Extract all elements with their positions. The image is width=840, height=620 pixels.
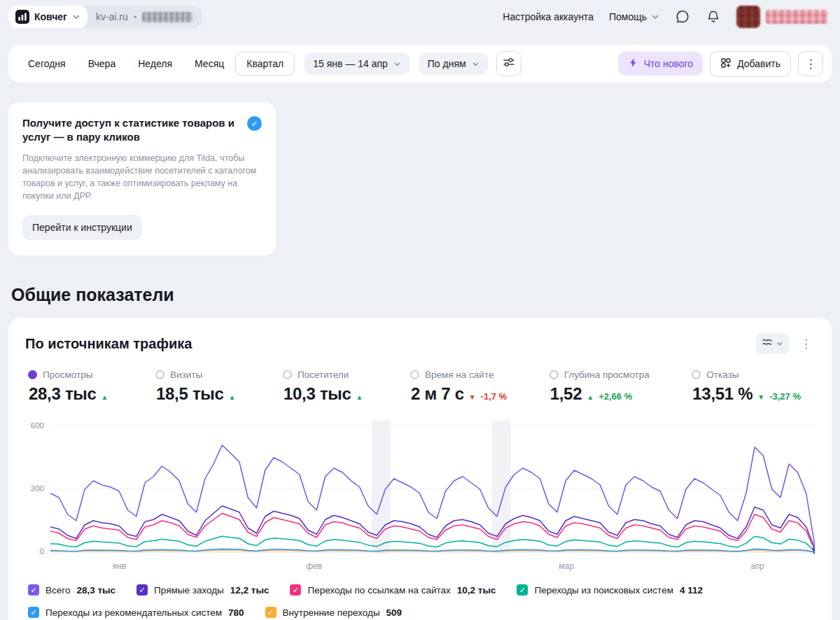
- period-tab-week[interactable]: Неделя: [127, 52, 183, 76]
- trend-arrow-icon: ▲: [356, 393, 363, 401]
- y-axis: 600 300 0: [25, 421, 50, 558]
- period-tab-month[interactable]: Месяц: [183, 52, 235, 76]
- censored-user-name: [766, 10, 827, 24]
- metric-value: 10,3 тыс: [284, 384, 351, 404]
- legend-label: Прямые заходы: [154, 585, 224, 596]
- metric-value: 28,3 тыс: [29, 384, 97, 404]
- help-menu[interactable]: Помощь: [609, 11, 659, 22]
- metrica-logo-icon: [15, 10, 29, 24]
- chevron-down-icon: [651, 13, 659, 21]
- legend-item-recommendation-systems[interactable]: Переходы из рекомендательных систем 780: [28, 607, 244, 618]
- metric-value: 18,5 тыс: [156, 384, 224, 404]
- legend-checkbox[interactable]: [290, 584, 301, 596]
- check-circle-icon: ✓: [247, 116, 262, 131]
- date-range-select[interactable]: 15 янв — 14 апр: [304, 52, 410, 75]
- metric-tab-bounce-rate[interactable]: Отказы 13,51 % ▼ -3,27 %: [692, 369, 801, 404]
- metric-delta: +2,66 %: [598, 391, 632, 402]
- ecommerce-promo-card: Получите доступ к статистике товаров и у…: [8, 102, 276, 255]
- metric-tab-time-on-site[interactable]: Время на сайте 2 м 7 с ▼ -1,7 %: [410, 369, 507, 404]
- chevron-down-icon: [72, 13, 80, 21]
- add-widget-button[interactable]: Добавить: [710, 51, 791, 77]
- counter-group: Ковчег kv-ai.ru •: [8, 6, 202, 28]
- counter-switcher[interactable]: Ковчег: [8, 6, 88, 28]
- trend-arrow-icon: ▲: [102, 393, 108, 401]
- user-menu[interactable]: [736, 6, 827, 28]
- y-axis-label: 600: [31, 421, 44, 430]
- legend-checkbox[interactable]: [136, 584, 148, 596]
- legend-item-internal[interactable]: Внутренние переходы 509: [265, 607, 402, 618]
- topbar: Ковчег kv-ai.ru • Настройка аккаунта Пом…: [0, 0, 840, 34]
- traffic-line-chart[interactable]: [50, 421, 815, 558]
- censored-domain-text: [142, 12, 192, 22]
- segments-filter-button[interactable]: [496, 51, 522, 76]
- chevron-down-icon: [776, 340, 783, 347]
- legend-label: Переходы из рекомендательных систем: [46, 607, 222, 618]
- whats-new-button[interactable]: Что нового: [618, 52, 703, 76]
- metric-label: Визиты: [170, 369, 202, 380]
- legend-value: 780: [228, 607, 244, 618]
- toolbar-menu-button[interactable]: ⋮: [798, 51, 823, 76]
- domain-separator: •: [134, 12, 137, 22]
- legend-item-search-engines[interactable]: Переходы из поисковых систем 4 112: [517, 584, 703, 596]
- legend-item-direct[interactable]: Прямые заходы 12,2 тыс: [136, 584, 269, 596]
- add-label: Добавить: [737, 58, 780, 69]
- metric-tab-visitors[interactable]: Посетители 10,3 тыс ▲: [283, 369, 368, 404]
- legend-value: 10,2 тыс: [457, 585, 496, 596]
- metric-radio: [283, 370, 292, 379]
- y-axis-label: 0: [40, 547, 44, 556]
- toolbar-actions: Что нового Добавить ⋮: [618, 51, 823, 77]
- line-chart-icon: [762, 337, 773, 351]
- metric-radio: [155, 370, 164, 379]
- legend-checkbox[interactable]: [28, 607, 39, 618]
- metric-tab-views[interactable]: Просмотры 28,3 тыс ▲: [28, 369, 113, 404]
- metric-delta: -3,27 %: [769, 391, 801, 402]
- legend-item-total[interactable]: Всего 28,3 тыс: [28, 584, 115, 596]
- metric-label: Просмотры: [43, 369, 92, 380]
- metric-tab-visits[interactable]: Визиты 18,5 тыс ▲: [155, 369, 240, 404]
- chart-type-select[interactable]: [756, 333, 789, 354]
- chat-icon[interactable]: [675, 9, 690, 24]
- legend-label: Переходы из поисковых систем: [534, 585, 673, 596]
- metric-tab-depth[interactable]: Глубина просмотра 1,52 ▲ +2,66 %: [550, 369, 650, 404]
- chevron-down-icon: [393, 60, 401, 68]
- period-tab-yesterday[interactable]: Вчера: [77, 52, 127, 76]
- line-chart-plot[interactable]: [50, 421, 815, 558]
- metric-radio: [550, 370, 559, 379]
- period-tab-quarter[interactable]: Квартал: [235, 52, 295, 76]
- period-controls: Сегодня Вчера Неделя Месяц Квартал 15 ян…: [17, 51, 522, 76]
- metric-label: Посетители: [298, 369, 349, 380]
- trend-arrow-icon: ▼: [757, 393, 764, 401]
- legend-item-site-links[interactable]: Переходы по ссылкам на сайтах 10,2 тыс: [290, 584, 496, 596]
- x-axis-label: янв: [113, 561, 127, 571]
- period-tab-today[interactable]: Сегодня: [17, 52, 77, 76]
- legend-checkbox[interactable]: [517, 584, 528, 596]
- site-domain[interactable]: kv-ai.ru: [96, 11, 128, 22]
- account-settings-label: Настройка аккаунта: [503, 11, 594, 22]
- granularity-select[interactable]: По дням: [419, 52, 488, 75]
- legend-checkbox[interactable]: [265, 607, 276, 618]
- help-label: Помощь: [609, 11, 647, 22]
- legend-value: 509: [386, 607, 402, 618]
- account-settings-link[interactable]: Настройка аккаунта: [503, 11, 594, 22]
- date-range-value: 15 янв — 14 апр: [313, 58, 388, 69]
- legend-label: Переходы по ссылкам на сайтах: [307, 585, 450, 596]
- trend-arrow-icon: ▲: [587, 393, 594, 401]
- notifications-bell-icon[interactable]: [706, 9, 721, 24]
- whats-new-label: Что нового: [644, 58, 693, 69]
- counter-area: Ковчег kv-ai.ru •: [8, 6, 202, 28]
- traffic-sources-widget: По источникам трафика ⋮ Просмотры 28,3 т…: [8, 318, 832, 620]
- sliders-icon: [503, 56, 515, 71]
- x-axis-label: апр: [750, 561, 764, 571]
- metric-radio: [410, 370, 419, 379]
- granularity-value: По дням: [428, 58, 466, 69]
- counter-name: Ковчег: [34, 11, 67, 22]
- date-toolbar: Сегодня Вчера Неделя Месяц Квартал 15 ян…: [8, 45, 832, 83]
- y-axis-label: 300: [31, 484, 44, 493]
- avatar: [736, 6, 760, 28]
- legend-value: 12,2 тыс: [230, 585, 270, 596]
- metric-radio: [692, 370, 701, 379]
- legend-checkbox[interactable]: [28, 584, 39, 596]
- promo-instruction-button[interactable]: Перейти к инструкции: [22, 215, 142, 240]
- widget-menu-button[interactable]: ⋮: [797, 335, 815, 353]
- topbar-actions: Настройка аккаунта Помощь: [503, 6, 827, 28]
